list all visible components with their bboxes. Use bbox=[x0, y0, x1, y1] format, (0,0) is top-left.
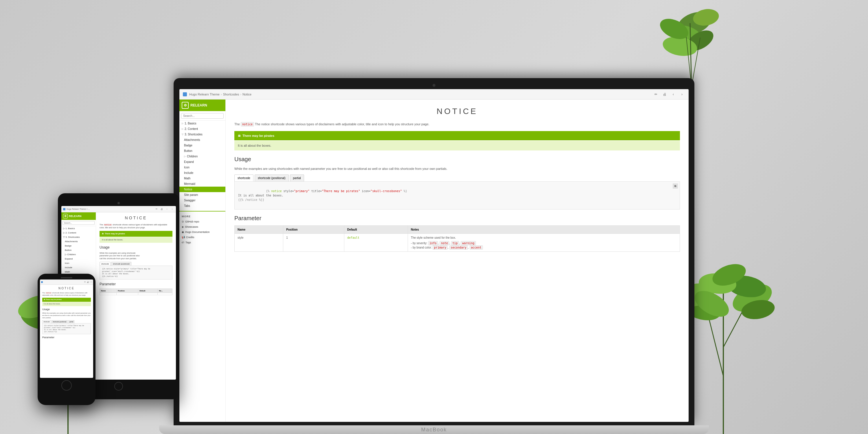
tab-positional[interactable]: shortcode (positional) bbox=[111, 262, 131, 266]
more-credits[interactable]: 📢 Credits bbox=[179, 235, 225, 240]
tablet-search-input[interactable] bbox=[62, 221, 95, 225]
notice-code-inline: notice bbox=[241, 122, 254, 126]
more-showcases[interactable]: ◈ Showcases bbox=[179, 224, 225, 229]
param-notes-text: The style scheme used for the box. bbox=[411, 236, 677, 240]
edit-icon[interactable]: ✏ bbox=[155, 207, 159, 211]
back-icon[interactable]: ‹ bbox=[165, 207, 169, 211]
tab-positional[interactable]: shortcode (positional) bbox=[52, 320, 68, 323]
notice-title: There may be pirates bbox=[105, 232, 125, 235]
sidebar-item-tabs[interactable]: Tabs bbox=[179, 203, 225, 209]
intro-rest: The notice shortcode shows various types… bbox=[255, 122, 429, 126]
nav-label: 1. Basics bbox=[185, 122, 196, 125]
tablet-intro: The notice shortcode shows various types… bbox=[99, 223, 173, 229]
col-name: Name bbox=[100, 288, 117, 293]
phone-notice-header: ☠ There may be pirates bbox=[42, 298, 91, 302]
nav-content[interactable]: ▷ 2. Content bbox=[61, 230, 96, 235]
nav-attachments[interactable]: Attachments bbox=[61, 239, 96, 244]
laptop-screen: Hugo Relearn Theme › Shortcodes › Notice… bbox=[174, 78, 694, 425]
print-icon[interactable]: 🖨 bbox=[160, 207, 164, 211]
svg-line-10 bbox=[709, 318, 723, 376]
copy-button[interactable]: ⧉ bbox=[673, 183, 678, 189]
sidebar-item-siteparam[interactable]: Site param bbox=[179, 192, 225, 197]
tablet-search bbox=[61, 220, 96, 226]
print-icon[interactable]: 🖨 bbox=[87, 281, 89, 283]
sidebar-item-children[interactable]: ▷ Children bbox=[179, 154, 225, 159]
nav-badge[interactable]: Badge bbox=[61, 244, 96, 248]
nav-label: Hugo Documentation bbox=[185, 230, 210, 234]
sidebar-item-content[interactable]: ▷ 2. Content bbox=[179, 126, 225, 132]
nav-label: Button bbox=[65, 249, 71, 251]
skull-icon: ☠ bbox=[44, 299, 45, 301]
nav-expand[interactable]: Expand bbox=[61, 257, 96, 261]
phone-code-tabs: shortcode shortcode (positional) partial bbox=[42, 320, 91, 323]
param-pos bbox=[117, 293, 138, 295]
sidebar-item-math[interactable]: Math bbox=[179, 176, 225, 181]
more-github[interactable]: ⊙ GitHub repo bbox=[179, 219, 225, 224]
nav-label: ▷ 1. Basics bbox=[63, 227, 75, 230]
tags-icon: 🏷 bbox=[182, 241, 184, 244]
tab-shortcode[interactable]: shortcode bbox=[235, 175, 253, 181]
sidebar-item-button[interactable]: Button bbox=[179, 148, 225, 154]
sidebar-item-icon[interactable]: Icon bbox=[179, 165, 225, 170]
forward-icon[interactable]: › bbox=[679, 91, 685, 97]
nav-icon[interactable]: Icon bbox=[61, 261, 96, 265]
breadcrumb-text: Hugo Relearn Theme > ... bbox=[66, 208, 90, 210]
nav-children[interactable]: ▷ Children bbox=[61, 252, 96, 257]
nav-label: 2. Content bbox=[185, 127, 198, 130]
sidebar-item-attachments[interactable]: Attachments bbox=[179, 137, 225, 143]
nav-math[interactable]: Math bbox=[61, 270, 96, 274]
svg-point-16 bbox=[698, 272, 737, 295]
sidebar-item-shortcodes[interactable]: ▽ 3. Shortcodes bbox=[179, 132, 225, 137]
phone-home-button[interactable] bbox=[61, 380, 72, 391]
nav-label: Button bbox=[184, 149, 192, 153]
tab-partial[interactable]: partial bbox=[290, 175, 304, 181]
more-tags[interactable]: 🏷 Tags bbox=[179, 240, 225, 245]
phone-browser: ✏ 🖨 ‹ › NOTICE The notice shortcode show… bbox=[40, 279, 93, 378]
nav-basics[interactable]: ▷ 1. Basics bbox=[61, 226, 96, 230]
sidebar-search-container bbox=[179, 111, 225, 121]
sidebar-item-mermaid[interactable]: Mermaid bbox=[179, 181, 225, 187]
notice-code: notice bbox=[103, 224, 112, 226]
notice-body-text: It is all about the boxes. bbox=[238, 144, 271, 147]
phone-page-title: NOTICE bbox=[42, 286, 91, 290]
print-icon[interactable]: 🖨 bbox=[661, 91, 668, 97]
laptop-sidebar: ⚙ RELEARN ▷ 1. Basics bbox=[179, 99, 226, 422]
tab-shortcode[interactable]: shortcode bbox=[99, 262, 111, 266]
nav-label: ▷ Children bbox=[65, 253, 76, 256]
nav-shortcodes[interactable]: ▽ 3. Shortcodes bbox=[61, 235, 96, 239]
edit-icon[interactable]: ✏ bbox=[653, 91, 659, 97]
col-position: Position bbox=[117, 288, 138, 293]
phone-usage-text: While the examples are using shortcodes … bbox=[42, 312, 91, 319]
svg-line-4 bbox=[690, 23, 691, 87]
tablet-logo: ⚙ RELEARN bbox=[61, 212, 96, 220]
forward-icon[interactable]: › bbox=[170, 207, 174, 211]
tab-shortcode-positional[interactable]: shortcode (positional) bbox=[255, 175, 289, 181]
tablet-home-button[interactable] bbox=[114, 382, 123, 391]
nav-button[interactable]: Button bbox=[61, 248, 96, 252]
more-hugo-docs[interactable]: ◉ Hugo Documentation bbox=[179, 229, 225, 235]
sidebar-item-basics[interactable]: ▷ 1. Basics bbox=[179, 121, 225, 126]
laptop-screen-inner: Hugo Relearn Theme › Shortcodes › Notice… bbox=[179, 89, 689, 422]
tab-partial[interactable]: partial bbox=[68, 320, 75, 323]
nav-label: Badge bbox=[184, 144, 192, 147]
edit-icon[interactable]: ✏ bbox=[84, 281, 86, 283]
param-notes: The style scheme used for the box. - by … bbox=[408, 234, 680, 252]
sidebar-item-include[interactable]: Include bbox=[179, 170, 225, 176]
sidebar-item-swagger[interactable]: Swagger bbox=[179, 197, 225, 203]
laptop-main: ⚙ RELEARN ▷ 1. Basics bbox=[179, 99, 689, 422]
nav-label: Attachments bbox=[184, 138, 200, 142]
back-icon[interactable]: ‹ bbox=[670, 91, 677, 97]
logo-gear-icon: ⚙ bbox=[63, 214, 68, 218]
sidebar-item-badge[interactable]: Badge bbox=[179, 143, 225, 148]
sidebar-item-notice[interactable]: Notice ✓ bbox=[179, 187, 225, 192]
sidebar-logo: ⚙ RELEARN bbox=[179, 99, 225, 111]
nav-label: GitHub repo bbox=[185, 220, 199, 223]
tab-shortcode[interactable]: shortcode bbox=[42, 320, 51, 323]
back-icon[interactable]: ‹ bbox=[90, 281, 90, 283]
phone-notice-body: It is all about the boxes. bbox=[42, 302, 91, 306]
phone-device: ✏ 🖨 ‹ › NOTICE The notice shortcode show… bbox=[38, 274, 95, 405]
nav-include[interactable]: Include bbox=[61, 265, 96, 270]
sidebar-search-input[interactable] bbox=[181, 113, 224, 119]
sidebar-item-expand[interactable]: Expand bbox=[179, 159, 225, 165]
forward-icon[interactable]: › bbox=[91, 281, 92, 283]
